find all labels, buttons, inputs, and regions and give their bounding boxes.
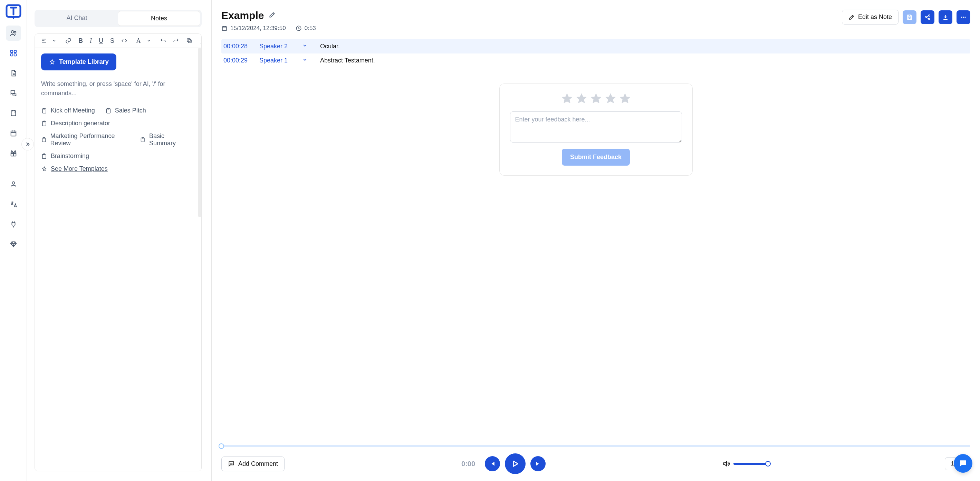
star-icon[interactable] [619,92,632,105]
star-icon[interactable] [575,92,588,105]
brand-logo[interactable] [5,3,22,21]
svg-rect-4 [14,50,16,52]
editor-toolbar: B I U S A [35,34,201,48]
editor-body[interactable]: Template Library Write something, or pre… [35,48,201,471]
transcript-time: 00:00:29 [223,57,255,64]
sidebar-collapse-button[interactable] [21,138,34,151]
transcript-row[interactable]: 00:00:28 Speaker 2 Ocular. [221,39,970,54]
more-icon-button[interactable] [956,10,970,24]
add-comment-label: Add Comment [238,460,278,468]
sidebar-profile-icon[interactable] [6,177,21,192]
toolbar-strike-icon[interactable]: S [110,37,114,45]
sidebar-dashboard-icon[interactable] [6,46,21,61]
sidebar-plugin-icon[interactable] [6,217,21,232]
scrollbar[interactable] [198,48,201,217]
document-date: 15/12/2024, 12:39:50 [221,25,286,32]
svg-rect-5 [10,54,13,56]
transcript-speaker[interactable]: Speaker 2 [259,43,298,50]
svg-point-1 [11,31,13,33]
star-icon[interactable] [589,92,603,105]
add-comment-button[interactable]: Add Comment [221,457,285,471]
toolbar-download-icon[interactable] [199,37,202,45]
chevron-down-icon[interactable] [302,43,309,50]
toolbar-undo-icon[interactable] [160,37,166,45]
sidebar-chats-icon[interactable] [6,86,21,101]
toolbar-underline-icon[interactable]: U [99,37,103,45]
toolbar-link-icon[interactable] [65,37,72,45]
chevron-down-icon[interactable] [302,57,309,64]
edit-title-icon[interactable] [269,11,275,20]
template-basic-summary[interactable]: Basic Summary [140,132,189,147]
toolbar-italic-icon[interactable]: I [90,37,92,45]
template-label: Kick off Meeting [51,107,95,114]
audio-player: Add Comment 0:00 1x [221,445,970,474]
transcript-speaker[interactable]: Speaker 1 [259,57,298,64]
document-duration: 0:53 [296,25,316,32]
notes-pane: AI Chat Notes B I U S A [27,0,212,481]
template-kick-off[interactable]: Kick off Meeting [41,107,95,114]
template-sales-pitch[interactable]: Sales Pitch [105,107,146,114]
editor-placeholder: Write something, or press 'space' for AI… [41,79,195,98]
feedback-textarea[interactable] [510,111,682,143]
chevron-down-icon[interactable] [50,37,58,45]
template-label: Brainstorming [51,152,89,160]
toolbar-copy-icon[interactable] [186,37,192,45]
transcript-list: 00:00:28 Speaker 2 Ocular. 00:00:29 Spea… [221,39,970,68]
speaker-label: Speaker 2 [259,43,288,50]
transcript-text: Abstract Testament. [320,57,375,64]
submit-feedback-button[interactable]: Submit Feedback [562,149,630,166]
svg-point-30 [961,17,962,17]
chat-fab[interactable] [954,454,972,473]
sidebar [0,0,27,481]
svg-rect-7 [11,111,16,116]
rating-stars[interactable] [560,92,632,105]
template-description-generator[interactable]: Description generator [41,120,110,127]
svg-point-31 [963,17,964,17]
sidebar-gift-icon[interactable] [6,146,21,161]
sidebar-premium-icon[interactable] [6,237,21,252]
date-label: 15/12/2024, 12:39:50 [230,25,286,32]
edit-as-note-button[interactable]: Edit as Note [842,10,899,24]
toolbar-code-icon[interactable] [121,37,127,45]
share-icon-button[interactable] [921,10,934,24]
sidebar-calendar-icon[interactable] [6,125,21,141]
sidebar-translate-icon[interactable] [6,197,21,212]
toolbar-bold-icon[interactable]: B [78,37,83,45]
sidebar-team-icon[interactable] [6,25,21,41]
svg-point-32 [964,17,966,17]
template-label: Sales Pitch [115,107,146,114]
sidebar-notebook-icon[interactable] [6,106,21,121]
svg-rect-12 [187,39,190,42]
skip-forward-button[interactable] [530,456,546,471]
template-brainstorming[interactable]: Brainstorming [41,152,89,160]
sidebar-document-icon[interactable] [6,65,21,81]
duration-label: 0:53 [305,25,316,32]
tab-notes[interactable]: Notes [118,11,200,26]
skip-back-button[interactable] [485,456,500,471]
progress-thumb[interactable] [219,443,224,449]
svg-rect-11 [188,40,191,43]
pane-tabs: AI Chat Notes [35,10,202,27]
template-marketing-review[interactable]: Marketing Performance Review [41,132,129,147]
transcript-pane: Example 15/12/2024, 12:39:50 0:53 [212,0,980,481]
save-icon-button[interactable] [903,10,916,24]
download-icon-button[interactable] [939,10,952,24]
template-label: Marketing Performance Review [50,132,129,147]
star-icon[interactable] [604,92,617,105]
volume-control[interactable] [722,460,768,468]
volume-track[interactable] [733,463,768,465]
toolbar-paragraph-icon[interactable] [40,37,48,45]
play-button[interactable] [505,453,525,474]
transcript-text: Ocular. [320,43,340,50]
template-library-button[interactable]: Template Library [41,54,116,70]
volume-thumb[interactable] [765,461,771,467]
toolbar-textcolor-icon[interactable]: A [134,37,143,45]
star-icon[interactable] [560,92,574,105]
svg-rect-8 [11,131,16,136]
see-more-templates[interactable]: See More Templates [41,165,108,173]
chevron-down-icon[interactable] [145,37,153,45]
tab-ai-chat[interactable]: AI Chat [36,11,118,26]
toolbar-redo-icon[interactable] [173,37,179,45]
transcript-row[interactable]: 00:00:29 Speaker 1 Abstract Testament. [221,54,970,68]
playback-progress[interactable] [221,445,970,447]
